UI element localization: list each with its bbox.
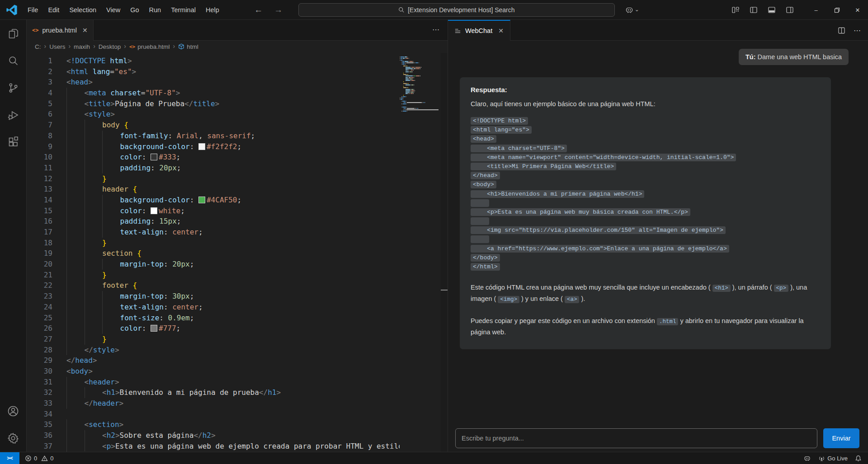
code-line-10[interactable]: 10 color: #333; <box>27 152 400 163</box>
code-line-32[interactable]: 32 <h1>Bienvenido a mi página de prueba<… <box>27 387 400 398</box>
code-line-30[interactable]: 30<body> <box>27 366 400 377</box>
code-line-23[interactable]: 23 margin-top: 30px; <box>27 291 400 302</box>
breadcrumb[interactable]: C:›Users›maxih›Desktop›<>prueba.html›htm… <box>27 41 448 52</box>
code-line-6[interactable]: 6 <style> <box>27 109 400 120</box>
code-line-25[interactable]: 25 font-size: 0.9em; <box>27 313 400 323</box>
code-line-29[interactable]: 29</head> <box>27 355 400 366</box>
menu-view[interactable]: View <box>101 3 125 17</box>
menu-help[interactable]: Help <box>201 3 224 17</box>
code-line-37[interactable]: 37 <p>Esta es una página web de ejemplo … <box>27 441 400 452</box>
code-line-16[interactable]: 16 padding: 15px; <box>27 216 400 227</box>
code-line-28[interactable]: 28 </style> <box>27 345 400 356</box>
tab-webchat[interactable]: WebChat ✕ <box>448 20 510 41</box>
code-line-31[interactable]: 31 <header> <box>27 377 400 388</box>
code-line-18[interactable]: 18 } <box>27 238 400 248</box>
response-intro: Claro, aquí tienes un ejemplo básico de … <box>471 100 820 108</box>
code-line-21[interactable]: 21 } <box>27 270 400 281</box>
back-arrow-button[interactable]: ← <box>252 5 265 15</box>
menu-file[interactable]: File <box>23 3 43 17</box>
webchat-tab-close-icon[interactable]: ✕ <box>498 27 504 34</box>
code-line-7[interactable]: 7 body { <box>27 120 400 131</box>
breadcrumb-item-maxih[interactable]: maxih <box>74 43 90 50</box>
warnings-icon <box>41 455 48 462</box>
code-line-27[interactable]: 27 } <box>27 334 400 345</box>
code-line-9[interactable]: 9 background-color: #f2f2f2; <box>27 141 400 152</box>
menu-edit[interactable]: Edit <box>43 3 64 17</box>
toggle-secondary-sidebar-icon[interactable] <box>786 6 794 14</box>
remote-indicator[interactable]: >< <box>0 452 19 464</box>
minimap[interactable] <box>400 56 441 112</box>
code-line-12[interactable]: 12 } <box>27 173 400 184</box>
explorer-icon[interactable] <box>0 20 27 47</box>
code-line-5[interactable]: 5 <title>Página de Prueba</title> <box>27 98 400 109</box>
code-line-15[interactable]: 15 color: white; <box>27 206 400 216</box>
breadcrumb-item-html[interactable]: html <box>178 43 198 50</box>
search-sidebar-icon[interactable] <box>0 47 27 74</box>
menu-selection[interactable]: Selection <box>64 3 101 17</box>
send-button[interactable]: Enviar <box>823 428 859 448</box>
close-window-button[interactable]: ✕ <box>847 0 868 20</box>
code-line-8[interactable]: 8 font-family: Arial, sans-serif; <box>27 131 400 141</box>
breadcrumb-item-users[interactable]: Users <box>49 43 65 50</box>
code-line-33[interactable]: 33 </header> <box>27 398 400 409</box>
menu-go[interactable]: Go <box>125 3 144 17</box>
code-line-20[interactable]: 20 margin-top: 20px; <box>27 259 400 270</box>
maximize-restore-button[interactable] <box>826 0 847 20</box>
copilot-status[interactable] <box>803 455 811 462</box>
code-editor[interactable]: 1<!DOCTYPE html>2<html lang="es">3<head>… <box>27 53 448 452</box>
color-swatch[interactable] <box>151 154 157 160</box>
settings-gear-icon[interactable] <box>0 425 27 452</box>
breadcrumb-item-desktop[interactable]: Desktop <box>99 43 121 50</box>
code-line-4[interactable]: 4 <meta charset="UTF-8"> <box>27 88 400 98</box>
code-line-2[interactable]: 2<html lang="es"> <box>27 66 400 77</box>
sash-grip[interactable] <box>441 290 448 291</box>
code-line-24[interactable]: 24 text-align: center; <box>27 302 400 313</box>
code-line-17[interactable]: 17 text-align: center; <box>27 227 400 238</box>
indent-guide <box>85 280 103 291</box>
tab-label: prueba.html <box>42 27 77 34</box>
tab-close-icon[interactable]: ✕ <box>82 27 88 34</box>
toggle-primary-sidebar-icon[interactable] <box>750 6 758 14</box>
explanation-inline-code: <img> <box>498 296 519 303</box>
code-line-35[interactable]: 35 <section> <box>27 419 400 430</box>
code-line-3[interactable]: 3<head> <box>27 77 400 88</box>
run-debug-icon[interactable] <box>0 101 27 128</box>
menu-terminal[interactable]: Terminal <box>166 3 201 17</box>
color-swatch[interactable] <box>151 325 157 332</box>
split-editor-icon[interactable] <box>838 27 845 34</box>
code-line-14[interactable]: 14 background-color: #4CAF50; <box>27 195 400 206</box>
color-swatch[interactable] <box>198 143 205 150</box>
source-control-icon[interactable] <box>0 74 27 101</box>
code-line-34[interactable]: 34 <box>27 409 400 420</box>
extensions-icon[interactable] <box>0 128 27 155</box>
copilot-menu[interactable]: ⌄ <box>625 5 639 14</box>
menu-run[interactable]: Run <box>144 3 166 17</box>
color-swatch[interactable] <box>151 207 157 214</box>
color-swatch[interactable] <box>198 197 205 203</box>
code-line-13[interactable]: 13 header { <box>27 184 400 195</box>
go-live-button[interactable]: Go Live <box>818 455 848 462</box>
command-center-search[interactable]: [Extension Development Host] Search <box>298 3 615 17</box>
toggle-panel-icon[interactable] <box>768 6 776 14</box>
code-line-36[interactable]: 36 <h2>Sobre esta página</h2> <box>27 430 400 441</box>
line-content: font-family: Arial, sans-serif; <box>66 131 255 141</box>
customize-layout-icon[interactable] <box>731 6 740 14</box>
code-line-11[interactable]: 11 padding: 20px; <box>27 163 400 173</box>
breadcrumb-item-pruebahtml[interactable]: <>prueba.html <box>129 43 170 50</box>
chat-question-input[interactable] <box>455 428 817 448</box>
account-icon[interactable] <box>0 398 27 425</box>
breadcrumb-item-c[interactable]: C: <box>35 43 41 50</box>
panel-more-actions-icon[interactable]: ⋯ <box>854 26 862 35</box>
code-line-1[interactable]: 1<!DOCTYPE html> <box>27 56 400 66</box>
minimize-button[interactable]: – <box>806 0 826 20</box>
notifications-bell[interactable] <box>855 455 862 462</box>
forward-arrow-button[interactable]: → <box>272 5 285 15</box>
editor-more-actions-icon[interactable]: ⋯ <box>432 25 440 34</box>
editor-scrollbar[interactable] <box>441 53 448 452</box>
tab-prueba-html[interactable]: <> prueba.html ✕ <box>27 20 94 41</box>
code-line-26[interactable]: 26 color: #777; <box>27 323 400 334</box>
problems-status[interactable]: 0 0 <box>25 455 53 462</box>
response-code-block[interactable]: <!DOCTYPE html><html lang="es"><head> <m… <box>471 117 820 272</box>
code-line-19[interactable]: 19 section { <box>27 248 400 259</box>
code-line-22[interactable]: 22 footer { <box>27 280 400 291</box>
